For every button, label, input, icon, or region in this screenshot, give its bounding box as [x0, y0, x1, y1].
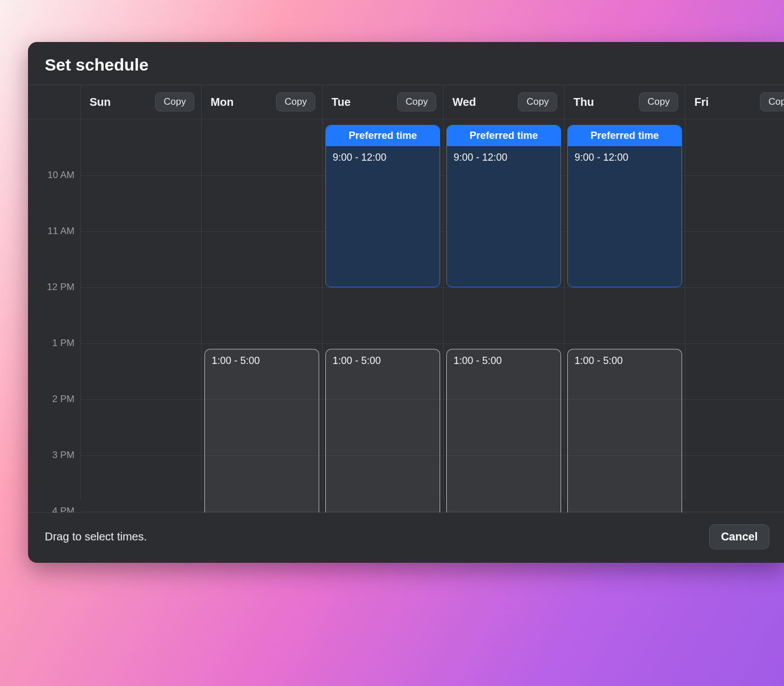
day-column-fri[interactable]	[685, 119, 784, 500]
panel-title: Set schedule	[28, 42, 784, 85]
copy-button-sun[interactable]: Copy	[155, 92, 194, 111]
copy-button-thu[interactable]: Copy	[639, 92, 678, 111]
hour-label: 3 PM	[52, 450, 74, 461]
day-label: Sun	[90, 96, 111, 109]
available-time-block[interactable]: 1:00 - 5:00	[325, 349, 440, 512]
hour-label: 4 PM	[52, 506, 74, 512]
copy-button-fri[interactable]: Copy	[760, 92, 784, 111]
day-label: Thu	[573, 96, 594, 109]
preferred-time-block[interactable]: Preferred time9:00 - 12:00	[567, 125, 682, 287]
event-time-range: 9:00 - 12:00	[447, 146, 561, 169]
event-header: Preferred time	[447, 125, 561, 146]
day-header-mon: MonCopy	[202, 85, 323, 119]
event-time-range: 1:00 - 5:00	[568, 349, 682, 372]
day-header-fri: FriCopy	[685, 85, 784, 119]
day-label: Fri	[694, 96, 709, 109]
event-time-range: 9:00 - 12:00	[326, 146, 440, 169]
day-label: Mon	[211, 96, 234, 109]
available-time-block[interactable]: 1:00 - 5:00	[204, 349, 319, 512]
hour-label: 11 AM	[48, 226, 74, 237]
schedule-body[interactable]: 10 AM11 AM12 PM1 PM2 PM3 PM4 PM5 PM 1:00…	[28, 119, 784, 500]
hour-label: 1 PM	[52, 338, 74, 349]
hour-label: 10 AM	[48, 170, 74, 181]
day-column-tue[interactable]: Preferred time9:00 - 12:001:00 - 5:00	[323, 119, 444, 500]
event-header: Preferred time	[326, 125, 440, 146]
day-header-row: SunCopyMonCopyTueCopyWedCopyThuCopyFriCo…	[28, 85, 784, 119]
day-header-wed: WedCopy	[444, 85, 564, 119]
schedule-panel: Set schedule SunCopyMonCopyTueCopyWedCop…	[28, 42, 784, 563]
day-header-thu: ThuCopy	[564, 85, 685, 119]
schedule-grid: SunCopyMonCopyTueCopyWedCopyThuCopyFriCo…	[28, 85, 784, 512]
copy-button-wed[interactable]: Copy	[518, 92, 557, 111]
day-header-sun: SunCopy	[81, 85, 202, 119]
copy-button-tue[interactable]: Copy	[397, 92, 436, 111]
time-axis: 10 AM11 AM12 PM1 PM2 PM3 PM4 PM5 PM	[28, 119, 81, 500]
time-axis-header	[28, 85, 81, 119]
footer-hint: Drag to select times.	[45, 530, 147, 543]
event-time-range: 1:00 - 5:00	[326, 349, 440, 372]
hour-label: 12 PM	[47, 282, 74, 293]
day-label: Tue	[332, 96, 351, 109]
event-time-range: 1:00 - 5:00	[205, 349, 319, 372]
cancel-button[interactable]: Cancel	[709, 524, 769, 549]
footer-bar: Drag to select times. Cancel	[28, 512, 784, 563]
day-label: Wed	[452, 96, 476, 109]
preferred-time-block[interactable]: Preferred time9:00 - 12:00	[325, 125, 440, 287]
event-time-range: 1:00 - 5:00	[447, 349, 561, 372]
event-header: Preferred time	[568, 125, 682, 146]
hour-label: 2 PM	[52, 394, 74, 405]
preferred-time-block[interactable]: Preferred time9:00 - 12:00	[446, 125, 561, 287]
copy-button-mon[interactable]: Copy	[276, 92, 315, 111]
day-column-sun[interactable]	[81, 119, 202, 500]
available-time-block[interactable]: 1:00 - 5:00	[446, 349, 561, 512]
event-time-range: 9:00 - 12:00	[568, 146, 682, 169]
available-time-block[interactable]: 1:00 - 5:00	[567, 349, 682, 512]
day-column-mon[interactable]: 1:00 - 5:00	[202, 119, 323, 500]
day-header-tue: TueCopy	[323, 85, 444, 119]
day-column-wed[interactable]: Preferred time9:00 - 12:001:00 - 5:00	[444, 119, 564, 500]
day-column-thu[interactable]: Preferred time9:00 - 12:001:00 - 5:00	[564, 119, 685, 500]
